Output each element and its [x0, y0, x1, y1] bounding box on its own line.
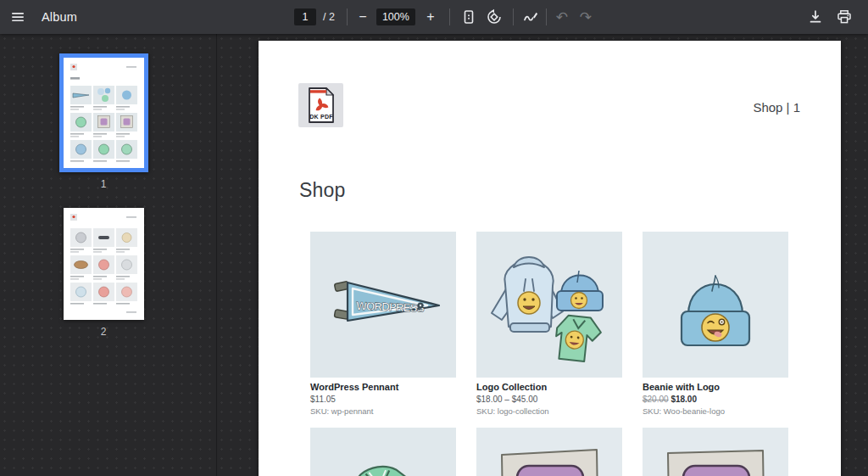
product-card-beanie-with-logo: Beanie with Logo $20.00 $18.00 SKU: Woo-… — [643, 232, 788, 416]
product-name: WordPress Pennant — [310, 382, 456, 392]
product-image-woo-album-1: WOO — [476, 428, 622, 476]
document-title: Album — [42, 10, 77, 24]
product-card-wordpress-pennant: WORDPRESS WordPress Pennant $11.05 SKU: … — [310, 232, 456, 416]
annotate-button[interactable] — [519, 5, 542, 29]
product-price: $20.00 $18.00 — [643, 395, 788, 404]
product-image-vneck-tshirt — [310, 428, 456, 476]
zoom-level-value: 100% — [376, 8, 415, 25]
document-viewport[interactable]: DK PDF Shop | 1 Shop — [217, 34, 868, 476]
page-2-label: 2 — [64, 326, 144, 338]
product-card-woo-album-1: WOO — [476, 428, 622, 476]
product-price: $11.05 — [310, 395, 456, 404]
product-name: Logo Collection — [476, 382, 622, 392]
product-card-woo-album-2: WOO — [643, 428, 788, 476]
page-1-label: 1 — [59, 178, 148, 190]
product-grid: WORDPRESS WordPress Pennant $11.05 SKU: … — [310, 232, 788, 476]
product-image-pennant: WORDPRESS — [310, 232, 456, 378]
zoom-out-button[interactable]: − — [351, 5, 375, 29]
product-card-vneck-tshirt — [310, 428, 456, 476]
product-card-logo-collection: Logo Collection $18.00 – $45.00 SKU: log… — [476, 232, 622, 416]
pennant-wordpress-text: WORDPRESS — [356, 300, 425, 315]
product-price-regular: $20.00 — [643, 395, 669, 404]
thumbnail-sidebar: 1 — [0, 34, 217, 476]
page-1-thumbnail[interactable] — [59, 53, 148, 172]
toolbar: Album / 2 − 100% + — [0, 0, 868, 34]
zoom-in-button[interactable]: + — [419, 5, 442, 29]
rotate-icon — [486, 8, 503, 25]
product-price: $18.00 – $45.00 — [476, 395, 622, 404]
menu-button[interactable] — [6, 5, 30, 29]
undo-button[interactable]: ↶ — [550, 5, 574, 29]
product-image-woo-album-2: WOO — [643, 428, 788, 476]
download-button[interactable] — [804, 5, 827, 29]
shop-heading: Shop — [299, 179, 346, 202]
redo-button[interactable]: ↷ — [574, 5, 598, 29]
thumbnail-page-1[interactable]: 1 — [59, 53, 148, 190]
page-2-thumbnail[interactable] — [64, 208, 144, 320]
toolbar-separator — [546, 8, 547, 25]
fit-to-page-button[interactable] — [457, 5, 481, 29]
hamburger-icon — [9, 8, 26, 25]
toolbar-separator — [347, 8, 348, 25]
pdf-page-1: DK PDF Shop | 1 Shop — [259, 41, 841, 476]
download-icon — [807, 8, 824, 25]
product-name: Beanie with Logo — [643, 382, 788, 392]
page-count-label: / 2 — [323, 11, 335, 23]
dkpdf-logo-label: DK PDF — [309, 114, 333, 120]
product-image-logo-collection — [476, 232, 622, 378]
pdf-document-icon: DK PDF — [302, 86, 340, 125]
rotate-button[interactable] — [482, 5, 506, 29]
toolbar-separator — [449, 8, 450, 25]
page-header-text: Shop | 1 — [753, 100, 800, 115]
product-sku: SKU: Woo-beanie-logo — [643, 406, 788, 416]
product-sku: SKU: wp-pennant — [310, 406, 456, 416]
ink-pen-icon — [522, 8, 539, 25]
pdf-viewer-window: Album / 2 − 100% + — [0, 0, 868, 476]
dkpdf-logo: DK PDF — [298, 83, 343, 127]
toolbar-separator — [513, 8, 514, 25]
product-price-sale: $18.00 — [670, 395, 697, 404]
print-button[interactable] — [832, 5, 856, 29]
product-image-beanie — [643, 232, 788, 378]
product-sku: SKU: logo-collection — [476, 406, 622, 416]
thumbnail-page-2[interactable]: 2 — [64, 190, 144, 338]
fit-page-icon — [460, 8, 477, 25]
page-number-input[interactable] — [294, 8, 316, 25]
print-icon — [836, 8, 853, 25]
